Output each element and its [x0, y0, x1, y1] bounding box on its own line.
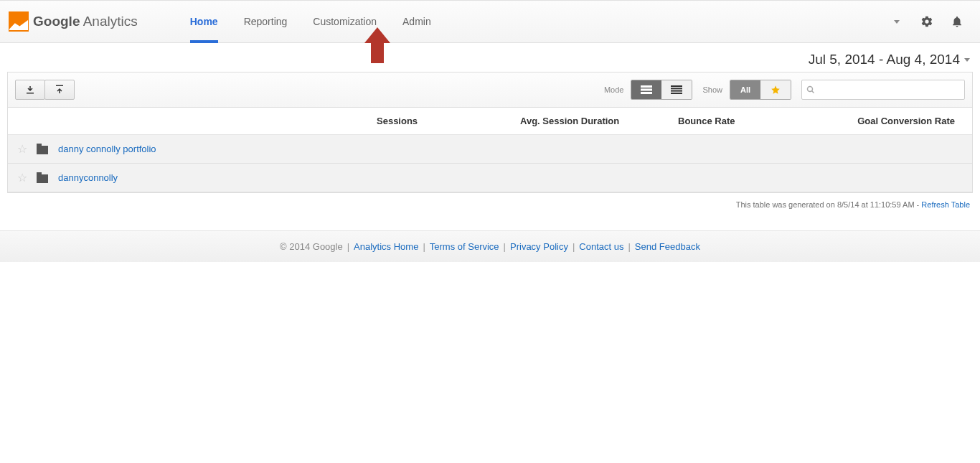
mode-compact-button[interactable]	[661, 80, 692, 99]
footer-feedback[interactable]: Send Feedback	[635, 241, 700, 252]
main-nav: Home Reporting Customization Admin	[177, 1, 444, 42]
column-goal[interactable]: Goal Conversion Rate	[821, 116, 972, 126]
nav-customization[interactable]: Customization	[300, 1, 390, 42]
table-row: ☆ danny connolly portfolio	[8, 135, 972, 164]
generated-note: This table was generated on 8/5/14 at 11…	[0, 193, 980, 220]
show-starred-button[interactable]	[760, 80, 791, 99]
footer-analytics-home[interactable]: Analytics Home	[354, 241, 418, 252]
logo-text-light: Analytics	[83, 14, 138, 29]
svg-rect-6	[671, 93, 682, 94]
logo-text-strong: Google	[33, 14, 80, 29]
svg-rect-2	[641, 92, 652, 94]
logo[interactable]: Google Analytics	[9, 11, 138, 32]
svg-rect-5	[671, 90, 682, 92]
show-label: Show	[702, 85, 722, 94]
account-link[interactable]: dannyconnolly	[58, 172, 118, 183]
expand-collapse-group	[15, 80, 75, 100]
table-row: ☆ dannyconnolly	[8, 164, 972, 192]
date-range-text: Jul 5, 2014 - Aug 4, 2014	[809, 52, 960, 67]
refresh-table-link[interactable]: Refresh Table	[921, 200, 970, 209]
mode-label: Mode	[604, 85, 624, 94]
settings-icon[interactable]	[915, 9, 939, 34]
nav-home[interactable]: Home	[177, 1, 231, 42]
search-box[interactable]	[801, 80, 965, 100]
mode-comfortable-button[interactable]	[631, 80, 661, 99]
show-toggle: All	[730, 80, 791, 100]
collapse-all-button[interactable]	[15, 80, 45, 100]
footer-contact[interactable]: Contact us	[579, 241, 623, 252]
account-dropdown[interactable]	[885, 9, 909, 34]
star-toggle[interactable]: ☆	[17, 171, 27, 184]
notifications-icon[interactable]	[945, 9, 969, 34]
app-header: Google Analytics Home Reporting Customiz…	[0, 0, 980, 43]
svg-rect-1	[641, 89, 652, 91]
svg-point-7	[808, 87, 813, 92]
analytics-logo-icon	[9, 11, 29, 32]
show-all-button[interactable]: All	[730, 80, 760, 99]
footer: © 2014 Google | Analytics Home | Terms o…	[0, 230, 980, 262]
svg-rect-0	[641, 85, 652, 88]
search-input[interactable]	[818, 85, 960, 95]
nav-reporting[interactable]: Reporting	[231, 1, 301, 42]
chevron-down-icon	[964, 58, 970, 62]
folder-icon	[37, 174, 48, 183]
folder-icon	[37, 146, 48, 154]
content-frame: Mode Show All Sessions Avg.	[7, 72, 973, 193]
search-icon	[806, 85, 815, 94]
svg-rect-4	[671, 88, 682, 89]
expand-all-button[interactable]	[44, 80, 75, 100]
account-link[interactable]: danny connolly portfolio	[58, 144, 156, 154]
column-bounce[interactable]: Bounce Rate	[678, 116, 821, 126]
column-duration[interactable]: Avg. Session Duration	[520, 116, 678, 126]
footer-privacy[interactable]: Privacy Policy	[510, 241, 568, 252]
grid-header: Sessions Avg. Session Duration Bounce Ra…	[8, 108, 972, 135]
date-bar: Jul 5, 2014 - Aug 4, 2014	[0, 43, 980, 72]
logo-text: Google Analytics	[33, 14, 138, 29]
nav-admin[interactable]: Admin	[390, 1, 444, 42]
date-range-picker[interactable]: Jul 5, 2014 - Aug 4, 2014	[809, 52, 970, 67]
footer-terms[interactable]: Terms of Service	[430, 241, 499, 252]
footer-copyright: © 2014 Google	[280, 241, 343, 252]
generated-note-text: This table was generated on 8/5/14 at 11…	[736, 200, 922, 209]
toolbar: Mode Show All	[8, 73, 972, 108]
column-sessions[interactable]: Sessions	[377, 116, 520, 126]
svg-rect-3	[671, 85, 682, 87]
mode-toggle	[631, 80, 692, 100]
star-toggle[interactable]: ☆	[17, 142, 27, 156]
